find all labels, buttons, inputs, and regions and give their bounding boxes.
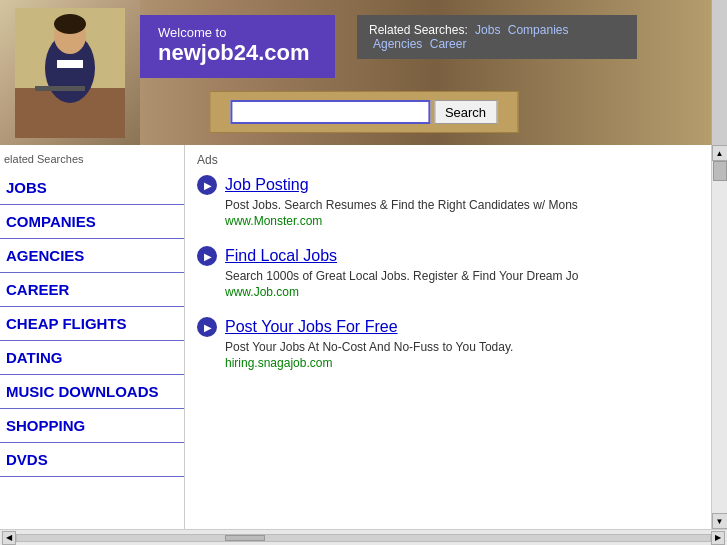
sidebar-item-jobs[interactable]: JOBS: [0, 171, 184, 205]
welcome-text: Welcome to: [158, 25, 317, 40]
sidebar-item-agencies[interactable]: AGENCIES: [0, 239, 184, 273]
sidebar-item-cheap-flights[interactable]: CHEAP FLIGHTS: [0, 307, 184, 341]
related-link-career[interactable]: Career: [430, 37, 467, 51]
ad-icon-1: [197, 175, 217, 195]
sidebar: elated Searches JOBS COMPANIES AGENCIES …: [0, 145, 185, 529]
ad-title-3[interactable]: Post Your Jobs For Free: [225, 318, 398, 336]
ad-item-2: Find Local Jobs Search 1000s of Great Lo…: [197, 246, 699, 299]
related-label: Related Searches:: [369, 23, 468, 37]
svg-point-4: [54, 14, 86, 34]
sidebar-header: elated Searches: [0, 149, 184, 171]
bottom-scrollbar: ◀ ▶: [0, 529, 727, 545]
related-link-agencies[interactable]: Agencies: [373, 37, 422, 51]
sidebar-item-shopping[interactable]: SHOPPING: [0, 409, 184, 443]
svg-rect-5: [57, 60, 83, 68]
scrollbar-track: [712, 161, 728, 513]
related-searches-top: Related Searches: Jobs Companies Agencie…: [357, 15, 637, 59]
scroll-left-btn[interactable]: ◀: [2, 531, 16, 545]
ad-url-3[interactable]: hiring.snagajob.com: [225, 356, 699, 370]
ad-desc-2: Search 1000s of Great Local Jobs. Regist…: [225, 269, 699, 283]
svg-rect-6: [35, 86, 85, 91]
person-illustration: [15, 8, 125, 138]
header: Welcome to newjob24.com Related Searches…: [0, 0, 727, 145]
ad-item-1: Job Posting Post Jobs. Search Resumes & …: [197, 175, 699, 228]
body-inner: elated Searches JOBS COMPANIES AGENCIES …: [0, 145, 727, 529]
sidebar-item-dvds[interactable]: DVDS: [0, 443, 184, 477]
ad-desc-3: Post Your Jobs At No-Cost And No-Fuss to…: [225, 340, 699, 354]
ad-title-1[interactable]: Job Posting: [225, 176, 309, 194]
header-image: [0, 0, 140, 145]
ads-label: Ads: [197, 153, 699, 167]
ad-url-2[interactable]: www.Job.com: [225, 285, 699, 299]
ad-url-1[interactable]: www.Monster.com: [225, 214, 699, 228]
ad-title-row-2: Find Local Jobs: [197, 246, 699, 266]
search-button[interactable]: Search: [434, 100, 497, 124]
search-bar-container: Search: [209, 91, 518, 133]
scroll-thumb[interactable]: [225, 535, 265, 541]
scrollbar-down-btn[interactable]: ▼: [712, 513, 728, 529]
ad-desc-1: Post Jobs. Search Resumes & Find the Rig…: [225, 198, 699, 212]
ad-title-row-1: Job Posting: [197, 175, 699, 195]
ad-icon-3: [197, 317, 217, 337]
ad-item-3: Post Your Jobs For Free Post Your Jobs A…: [197, 317, 699, 370]
sidebar-item-music-downloads[interactable]: MUSIC DOWNLOADS: [0, 375, 184, 409]
right-scrollbar: ▲ ▼: [711, 145, 727, 529]
content-area: Ads Job Posting Post Jobs. Search Resume…: [185, 145, 711, 529]
ad-title-row-3: Post Your Jobs For Free: [197, 317, 699, 337]
welcome-box: Welcome to newjob24.com: [140, 15, 335, 78]
scrollbar-up-btn[interactable]: ▲: [712, 145, 728, 161]
sidebar-item-career[interactable]: CAREER: [0, 273, 184, 307]
scrollbar-thumb[interactable]: [713, 161, 727, 181]
search-input[interactable]: [230, 100, 430, 124]
sidebar-item-companies[interactable]: COMPANIES: [0, 205, 184, 239]
scroll-track: [16, 534, 711, 542]
scroll-right-btn[interactable]: ▶: [711, 531, 725, 545]
sidebar-item-dating[interactable]: DATING: [0, 341, 184, 375]
related-link-companies[interactable]: Companies: [508, 23, 569, 37]
header-scrollbar: [711, 0, 727, 145]
body-wrapper: elated Searches JOBS COMPANIES AGENCIES …: [0, 145, 727, 545]
ad-title-2[interactable]: Find Local Jobs: [225, 247, 337, 265]
ad-icon-2: [197, 246, 217, 266]
related-link-jobs[interactable]: Jobs: [475, 23, 500, 37]
site-name: newjob24.com: [158, 40, 317, 66]
body-middle: elated Searches JOBS COMPANIES AGENCIES …: [0, 145, 727, 529]
